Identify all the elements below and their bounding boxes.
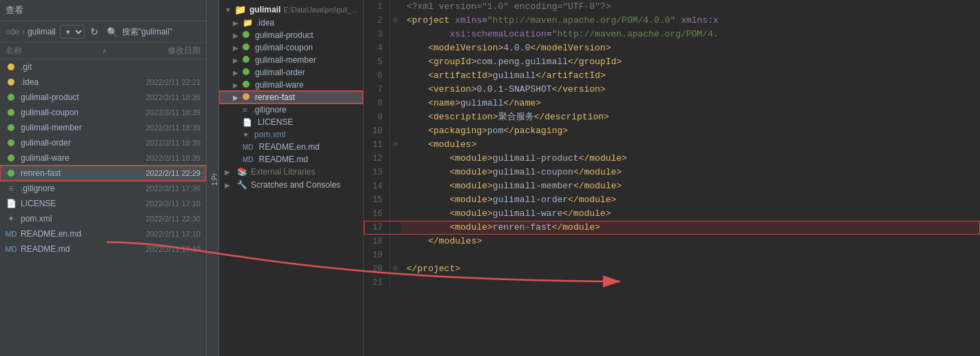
col-name-header: 名称 (6, 45, 102, 57)
list-item[interactable]: MD README.en.md 2022/2/11 17:10 (0, 226, 206, 241)
tree-item-idea[interactable]: ▶ 📁 .idea (219, 17, 363, 29)
code-panel: 1 <?xml version="1.0" encoding="UTF-8"?>… (364, 0, 980, 356)
line-content: <module>gulimall-coupon</module> (401, 166, 980, 179)
tree-item-gitignore[interactable]: ≡ .gitignore (219, 103, 363, 116)
list-item[interactable]: gulimall-coupon 2022/2/11 18:39 (0, 105, 206, 120)
line-content: <module>gulimail-product</module> (401, 152, 980, 166)
tree-item-license[interactable]: 📄 LICENSE (219, 116, 363, 128)
module-icon (6, 168, 17, 179)
breadcrumb-project: gulimail (28, 27, 56, 37)
list-item-renren-fast[interactable]: renren-fast 2022/2/11 22:29 (0, 166, 206, 181)
folder-icon (6, 61, 17, 72)
line-number: 14 (364, 179, 390, 193)
breadcrumb-dropdown[interactable]: ▾ (60, 25, 85, 39)
line-content: <version>0.0.1-SNAPSHOT</version> (401, 83, 980, 97)
line-content (401, 248, 980, 262)
file-date: 2022/2/11 17:10 (111, 245, 201, 253)
code-line-4: 4 <modelVersion>4.0.0</modelVersion> (364, 41, 980, 55)
list-item[interactable]: gulimall-ware 2022/2/11 18:39 (0, 150, 206, 166)
license-icon: 📄 (243, 118, 252, 127)
list-item[interactable]: gulimall-member 2022/2/11 18:39 (0, 120, 206, 135)
code-editor[interactable]: 1 <?xml version="1.0" encoding="UTF-8"?>… (364, 0, 980, 356)
code-line-16: 16 <module>gulimall-ware</module> (364, 207, 980, 221)
file-list: .git .idea 2022/2/11 22:21 gulimail-prod… (0, 59, 206, 356)
line-gutter (390, 235, 401, 248)
external-libraries-label: External Libraries (251, 167, 315, 177)
tree-item-pom[interactable]: ✦ pom.xml (219, 128, 363, 141)
expand-arrow: ▶ (233, 81, 243, 89)
breadcrumb-sep: › (22, 27, 25, 37)
list-item[interactable]: ✦ pom.xml 2022/2/11 22:30 (0, 211, 206, 226)
line-number: 1 (364, 0, 390, 14)
folder-icon (6, 77, 17, 88)
file-name: pom.xml (21, 214, 111, 224)
xml-icon: ✦ (243, 130, 249, 139)
code-line-8: 8 <name>gulimall</name> (364, 97, 980, 110)
tree-item-renren-fast[interactable]: ▶ renren-fast (219, 91, 363, 103)
tree-item-gulimall-ware[interactable]: ▶ gulimall-ware (219, 79, 363, 91)
module-icon (243, 55, 249, 65)
line-number: 5 (364, 55, 390, 69)
code-line-21: 21 (364, 276, 980, 290)
tree-project-name: gulimail (249, 5, 280, 14)
file-date: 2022/2/11 18:39 (111, 93, 201, 101)
file-name: renren-fast (21, 168, 111, 178)
scratches-label: Scratches and Consoles (251, 180, 340, 190)
line-gutter (390, 248, 401, 262)
list-item[interactable]: .git (0, 59, 206, 75)
module-icon (243, 80, 249, 90)
tree-item-gulimall-order[interactable]: ▶ gulimall-order (219, 66, 363, 79)
expand-arrow: ▶ (233, 32, 243, 39)
line-content: <modelVersion>4.0.0</modelVersion> (401, 41, 980, 55)
module-icon (243, 68, 249, 77)
md-icon: MD (6, 228, 17, 239)
line-number: 19 (364, 248, 390, 262)
file-name: gulimail-product (21, 92, 111, 102)
expand-arrow: ▶ (225, 181, 234, 189)
list-item[interactable]: gulimall-order 2022/2/11 18:39 (0, 135, 206, 150)
tree-item-gulimall-coupon[interactable]: ▶ gulimall-coupon (219, 41, 363, 54)
list-item[interactable]: ≡ .gitignore 2022/2/11 17:36 (0, 181, 206, 196)
folder-icon: 📁 (243, 18, 253, 28)
line-number: 16 (364, 207, 390, 221)
tree-label: gulimall-member (255, 55, 316, 65)
list-item[interactable]: 📄 LICENSE 2022/2/11 17:10 (0, 196, 206, 211)
line-gutter (390, 28, 401, 41)
module-icon (6, 152, 17, 164)
tree-label: LICENSE (258, 117, 293, 127)
code-line-19: 19 (364, 248, 980, 262)
line-number: 12 (364, 152, 390, 166)
tree-item-scratches[interactable]: ▶ 🔧 Scratches and Consoles (219, 178, 363, 192)
view-label: 查看 (6, 4, 23, 17)
tree-item-readme[interactable]: MD README.md (219, 153, 363, 166)
list-item[interactable]: gulimail-product 2022/2/11 18:39 (0, 90, 206, 105)
line-gutter (390, 55, 401, 69)
xml-icon: ✦ (6, 213, 17, 224)
line-content: <name>gulimall</name> (401, 97, 980, 110)
line-content: <module>gulimall-member</module> (401, 179, 980, 193)
refresh-button[interactable]: ↻ (88, 25, 101, 39)
tree-label: .idea (256, 18, 274, 28)
tree-root[interactable]: ▼ 📁 gulimail E:\Data\Java\pro\guli_shop (219, 3, 363, 17)
tree-item-gulimall-member[interactable]: ▶ gulimall-member (219, 54, 363, 66)
line-gutter (390, 207, 401, 221)
md-icon: MD (243, 156, 254, 164)
tree-item-readme-en[interactable]: MD README.en.md (219, 141, 363, 153)
tree-label: README.md (259, 155, 308, 164)
file-name: gulimall-member (21, 123, 111, 132)
code-line-1: 1 <?xml version="1.0" encoding="UTF-8"?> (364, 0, 980, 14)
search-label[interactable]: 搜索"gulimail" (122, 26, 172, 38)
left-file-panel: 查看 ode › gulimail ▾ ↻ 🔍 搜索"gulimail" 名称 … (0, 0, 207, 356)
line-number: 4 (364, 41, 390, 55)
tree-item-gulimail-product[interactable]: ▶ gulimail-product (219, 29, 363, 41)
gitignore-icon: ≡ (243, 106, 247, 114)
line-gutter (390, 41, 401, 55)
expand-arrow: ▶ (233, 94, 243, 101)
code-line-13: 13 <module>gulimall-coupon</module> (364, 166, 980, 179)
code-line-14: 14 <module>gulimall-member</module> (364, 179, 980, 193)
line-gutter (390, 69, 401, 83)
list-item[interactable]: .idea 2022/2/11 22:21 (0, 75, 206, 90)
tree-item-external-libraries[interactable]: ▶ 📚 External Libraries (219, 166, 363, 178)
file-name: LICENSE (21, 199, 111, 208)
list-item[interactable]: MD README.md 2022/2/11 17:10 (0, 241, 206, 257)
